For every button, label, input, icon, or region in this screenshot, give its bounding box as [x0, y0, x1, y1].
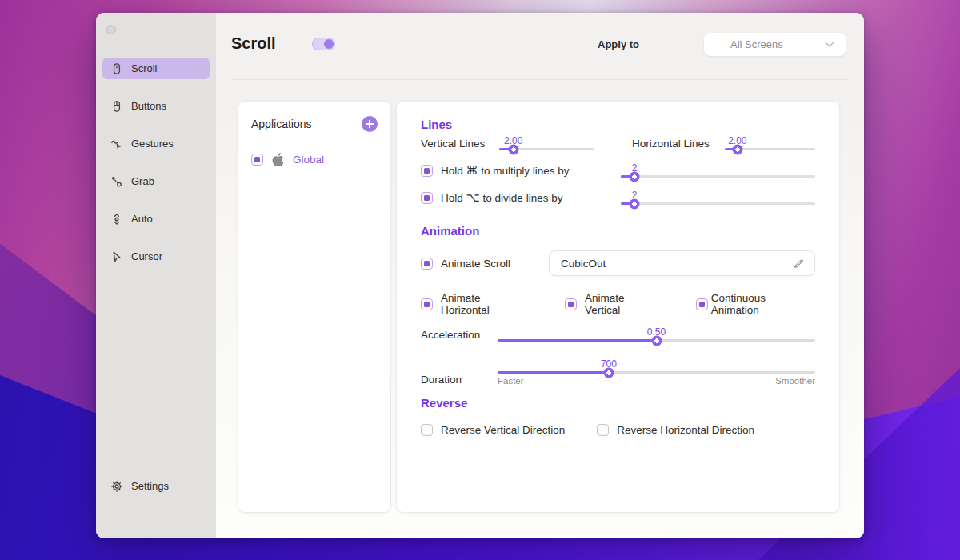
pencil-edit-icon[interactable] — [793, 258, 805, 270]
slider-thumb[interactable] — [630, 198, 640, 209]
vertical-lines-label: Vertical Lines — [421, 138, 490, 150]
divide-slider[interactable]: 2 — [621, 190, 815, 205]
sidebar-item-scroll[interactable]: Scroll — [102, 58, 210, 79]
scroll-enable-toggle[interactable] — [312, 38, 335, 50]
cursor-icon — [110, 250, 123, 263]
gesture-icon — [110, 138, 123, 150]
add-application-button[interactable] — [362, 116, 378, 132]
sidebar-item-grab[interactable]: Grab — [102, 170, 210, 192]
application-item-global[interactable]: Global — [251, 153, 378, 166]
horizontal-lines-slider[interactable]: 2.00 — [725, 136, 815, 150]
continuous-animation-option[interactable]: Continuous Animation — [696, 292, 815, 316]
sidebar-item-settings[interactable]: Settings — [102, 475, 210, 497]
slider-thumb[interactable] — [508, 144, 518, 154]
header-divider — [232, 79, 848, 80]
global-checkbox[interactable] — [251, 154, 263, 166]
sidebar-item-gestures[interactable]: Gestures — [102, 133, 210, 154]
continuous-animation-checkbox[interactable] — [696, 298, 708, 310]
reverse-vertical-checkbox[interactable] — [421, 424, 433, 436]
sidebar-item-label: Scroll — [131, 62, 158, 74]
command-key-glyph: ⌘ — [466, 163, 478, 177]
mouse-buttons-icon — [110, 100, 123, 113]
mouse-scroll-icon — [110, 62, 123, 75]
applications-panel: Applications Global — [238, 101, 391, 513]
apply-to-label: Apply to — [598, 38, 639, 50]
sidebar-item-auto[interactable]: Auto — [102, 208, 210, 230]
divide-checkbox[interactable] — [421, 192, 433, 204]
animate-scroll-checkbox[interactable] — [421, 258, 433, 270]
applications-title: Applications — [251, 118, 312, 130]
lines-section-title: Lines — [421, 118, 815, 131]
animate-vertical-option[interactable]: Animate Vertical — [565, 292, 662, 316]
duration-slider[interactable]: 700 — [498, 359, 815, 374]
grab-icon — [110, 175, 123, 188]
reverse-horizontal-label: Reverse Horizontal Direction — [617, 424, 754, 436]
divide-label: Hold ⌥ to divide lines by — [441, 190, 562, 205]
animate-horizontal-checkbox[interactable] — [421, 298, 433, 310]
sidebar-item-buttons[interactable]: Buttons — [102, 95, 210, 117]
header: Scroll Apply to All Screens — [216, 13, 864, 79]
duration-faster-hint: Faster — [498, 376, 524, 386]
dropdown-value: All Screens — [730, 38, 783, 50]
easing-field[interactable]: CubicOut — [549, 250, 815, 276]
scroll-settings-panel: Lines Vertical Lines 2.00 Horizontal Lin… — [396, 101, 840, 513]
reverse-horizontal-option[interactable]: Reverse Horizontal Direction — [597, 424, 754, 436]
horizontal-lines-label: Horizontal Lines — [632, 138, 715, 150]
reverse-vertical-option[interactable]: Reverse Vertical Direction — [421, 424, 565, 436]
slider-thumb[interactable] — [630, 171, 640, 182]
duration-smoother-hint: Smoother — [775, 376, 815, 386]
sidebar: Scroll Buttons Gestures Grab — [96, 13, 216, 538]
reverse-vertical-label: Reverse Vertical Direction — [441, 424, 565, 436]
sidebar-item-label: Cursor — [131, 250, 162, 262]
sidebar-item-label: Settings — [131, 480, 169, 492]
option-key-glyph: ⌥ — [466, 190, 480, 204]
sidebar-item-label: Gestures — [131, 138, 174, 150]
chevron-down-icon — [825, 42, 834, 48]
window-close-button[interactable] — [106, 25, 116, 34]
app-window: Scroll Buttons Gestures Grab — [96, 13, 864, 538]
multiply-label: Hold ⌘ to multiply lines by — [441, 163, 570, 178]
animate-horizontal-label: Animate Horizontal — [441, 292, 531, 316]
animate-scroll-label: Animate Scroll — [441, 258, 510, 270]
toggle-knob — [324, 39, 334, 49]
acceleration-label: Acceleration — [421, 329, 498, 341]
gear-icon — [110, 480, 123, 493]
acceleration-slider[interactable]: 0.50 — [498, 327, 815, 342]
reverse-horizontal-checkbox[interactable] — [597, 424, 609, 436]
animate-vertical-checkbox[interactable] — [565, 298, 577, 310]
duration-label: Duration — [421, 374, 498, 386]
slider-thumb[interactable] — [651, 335, 662, 346]
continuous-animation-label: Continuous Animation — [711, 292, 815, 316]
easing-value: CubicOut — [561, 258, 793, 270]
sidebar-item-cursor[interactable]: Cursor — [102, 246, 210, 267]
vertical-lines-slider[interactable]: 2.00 — [499, 136, 594, 150]
multiply-checkbox[interactable] — [421, 165, 433, 177]
multiply-slider[interactable]: 2 — [621, 163, 815, 178]
apple-logo-icon — [271, 153, 285, 166]
auto-scroll-icon — [110, 213, 123, 226]
application-label: Global — [293, 154, 324, 166]
main-content: Scroll Apply to All Screens Applications — [216, 13, 864, 538]
animate-horizontal-option[interactable]: Animate Horizontal — [421, 292, 531, 316]
apply-to-dropdown[interactable]: All Screens — [704, 33, 846, 56]
slider-thumb[interactable] — [732, 144, 742, 154]
animation-section-title: Animation — [421, 224, 815, 238]
reverse-section-title: Reverse — [421, 396, 815, 410]
sidebar-item-label: Auto — [131, 213, 153, 225]
sidebar-item-label: Buttons — [131, 100, 166, 112]
animate-vertical-label: Animate Vertical — [585, 292, 662, 316]
sidebar-item-label: Grab — [131, 175, 154, 187]
page-title: Scroll — [231, 34, 276, 53]
